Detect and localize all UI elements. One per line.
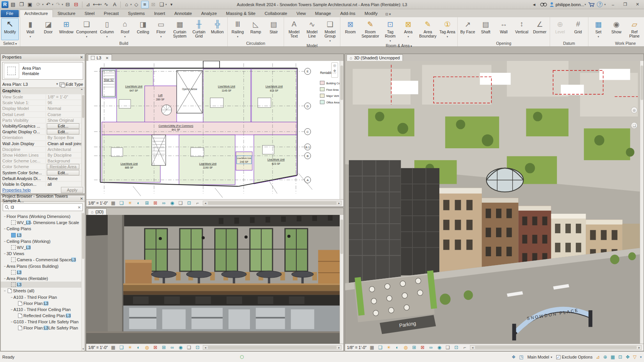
- edit-button[interactable]: Edit...: [47, 170, 79, 175]
- property-row-graphic-display[interactable]: Graphic Display O...Edit...: [1, 129, 85, 135]
- reveal-constraints-icon[interactable]: ⌐: [194, 200, 200, 206]
- property-row[interactable]: Show Hidden LinesBy Discipline: [1, 152, 85, 158]
- worksharing-display-icon[interactable]: ⊡: [453, 345, 459, 350]
- reveal-hidden-elements-icon[interactable]: ◉: [169, 200, 175, 206]
- wall-button[interactable]: ▮Wall: [21, 18, 39, 40]
- by-face-button[interactable]: ↗By Face: [459, 18, 476, 40]
- shaft-button[interactable]: ▤Shaft: [477, 18, 495, 40]
- tree-view-item[interactable]: L3: [1, 232, 85, 238]
- tab-manage[interactable]: Manage: [310, 10, 336, 17]
- visual-style-icon[interactable]: ❑: [377, 345, 383, 350]
- sun-path-icon[interactable]: ☀: [386, 345, 392, 350]
- vertical-opening-button[interactable]: ↕Vertical: [513, 18, 531, 40]
- graphics-section-header[interactable]: Graphics⌃: [1, 88, 85, 94]
- temporary-hide-isolate-icon[interactable]: ∞: [428, 345, 434, 350]
- floor-button[interactable]: ▭Floor: [152, 18, 170, 40]
- city-horizontal-scrollbar[interactable]: ◂▸: [470, 345, 642, 350]
- section-icon[interactable]: ◇: [133, 1, 140, 8]
- tree-category[interactable]: −Floor Plans (Working Dimensions): [1, 213, 85, 219]
- door-button[interactable]: ◪Door: [39, 18, 57, 40]
- property-row-color-scheme[interactable]: Color SchemeRentable Area: [1, 164, 85, 170]
- model-sync-status-icon[interactable]: ⬡: [240, 354, 244, 360]
- crop-region-visibility-icon[interactable]: ⊠: [152, 200, 158, 206]
- thin-lines-icon[interactable]: ≡: [141, 1, 149, 8]
- redo-caret-icon[interactable]: ▾: [62, 3, 63, 6]
- help-caret-icon[interactable]: ▾: [604, 3, 606, 6]
- exclude-options-checkbox[interactable]: ✓ Exclude Options: [556, 355, 593, 359]
- edit-type-button[interactable]: Edit Type: [59, 82, 83, 87]
- railing-button[interactable]: ⅢRailing: [229, 18, 246, 40]
- tab-file[interactable]: File: [1, 10, 19, 17]
- property-row[interactable]: OrientationBy Scope Box: [1, 135, 85, 141]
- set-button[interactable]: ▦Set: [590, 18, 607, 40]
- tree-category[interactable]: −Area Plans (Gross Building): [1, 263, 85, 269]
- reveal-hidden-elements-icon[interactable]: ◉: [177, 345, 184, 350]
- property-row[interactable]: Color Scheme Loc...Background: [1, 158, 85, 164]
- scale-control[interactable]: 1/8" = 1'-0": [88, 201, 108, 205]
- temporary-view-properties-icon[interactable]: ❑: [177, 200, 184, 206]
- tab-architecture[interactable]: Architecture: [20, 10, 53, 17]
- plan-view-tab[interactable]: L3 ✕: [88, 54, 112, 61]
- tag-area-button[interactable]: ①Tag Area: [439, 18, 456, 40]
- tab-analyze[interactable]: Analyze: [197, 10, 222, 17]
- undo-caret-icon[interactable]: ▾: [52, 3, 54, 6]
- tab-modify[interactable]: Modify: [360, 10, 382, 17]
- grid-button[interactable]: #Grid: [569, 18, 587, 40]
- area-button[interactable]: ⊠Area: [399, 18, 417, 40]
- steering-wheel-button[interactable]: ◎: [631, 107, 637, 113]
- print-icon[interactable]: ⊟: [64, 1, 72, 8]
- scale-control[interactable]: 1/8" = 1'-0": [88, 345, 108, 350]
- account-menu[interactable]: philippe.bonn... ▾: [549, 2, 586, 7]
- switch-windows-icon[interactable]: ❑: [158, 1, 166, 8]
- search-clear-icon[interactable]: ✕: [78, 205, 81, 210]
- tab-structure[interactable]: Structure: [53, 10, 80, 17]
- plan-vertical-scrollbar[interactable]: [340, 61, 343, 199]
- collapse-section-icon[interactable]: ⌃: [80, 88, 83, 94]
- model-line-button[interactable]: ∿Model Line: [303, 18, 321, 40]
- panel-label-select[interactable]: Select: [0, 41, 20, 46]
- browser-scrollbar[interactable]: ▾: [81, 213, 85, 351]
- dormer-button[interactable]: ∠Dormer: [531, 18, 549, 40]
- scale-control[interactable]: 1/8" = 1'-0": [347, 345, 366, 350]
- type-selector[interactable]: Area Plan Rentable: [2, 62, 83, 80]
- project-browser-close-icon[interactable]: ✕: [80, 197, 83, 201]
- selection-filter-icon[interactable]: ▽: [633, 354, 636, 360]
- design-options-dropdown[interactable]: Main Model▾: [527, 354, 553, 360]
- default-3d-view-icon[interactable]: ⌂: [123, 1, 130, 8]
- property-row[interactable]: Parts VisibilityShow Original: [1, 118, 85, 123]
- tree-sheet[interactable]: −G103 - Third Floor Life Safety Plan: [1, 319, 85, 325]
- temporary-view-properties-icon[interactable]: ❑: [186, 345, 192, 350]
- property-row[interactable]: Detail LevelCoarse: [1, 112, 85, 118]
- interior-horizontal-scrollbar[interactable]: ◂▸: [203, 345, 342, 350]
- window-button[interactable]: ⊞Window: [58, 18, 75, 40]
- stair-button[interactable]: ▤Stair: [265, 18, 283, 40]
- property-row[interactable]: Scale Value 1:96: [1, 100, 85, 106]
- tree-view-item[interactable]: WV_L3 - Dimensions Large Scale: [1, 219, 85, 226]
- property-row[interactable]: Display ModelNormal: [1, 106, 85, 111]
- tree-view-item[interactable]: L3: [1, 269, 85, 275]
- curtain-system-button[interactable]: ▦Curtain System: [170, 18, 189, 40]
- tree-view-item[interactable]: Camera - Commercial Space L3: [1, 257, 85, 263]
- activate-dimensions-icon[interactable]: ⊿: [596, 354, 600, 360]
- 3d-view-caret-icon[interactable]: ▾: [130, 3, 132, 6]
- tag-room-button[interactable]: ⊡Tag Room: [381, 18, 399, 43]
- close-hidden-windows-icon[interactable]: ⊠: [150, 1, 157, 8]
- navbar-pan-icon[interactable]: ✥: [333, 69, 336, 73]
- properties-help-link[interactable]: Properties help: [2, 188, 31, 192]
- room-button[interactable]: ⊠Room: [342, 18, 359, 40]
- sync-icon[interactable]: ⟳: [34, 1, 42, 8]
- aligned-dimension-icon[interactable]: ⟷: [93, 1, 100, 8]
- save-icon[interactable]: ▣: [26, 1, 34, 8]
- worksharing-display-icon[interactable]: ⊡: [194, 345, 200, 350]
- render-icon[interactable]: ◍: [402, 345, 409, 350]
- interior-view-canvas[interactable]: [86, 215, 343, 344]
- edit-button[interactable]: Edit...: [47, 123, 79, 129]
- component-button[interactable]: ❑Component: [76, 18, 98, 40]
- ribbon-state-caret-icon[interactable]: ⊡ ▾: [382, 11, 394, 17]
- temporary-view-properties-icon[interactable]: ❑: [445, 345, 451, 350]
- tree-sheet[interactable]: −A103 - Third Floor Plan: [1, 294, 85, 300]
- tab-massing-site[interactable]: Massing & Site: [222, 10, 260, 17]
- tab-collaborate[interactable]: Collaborate: [260, 10, 292, 17]
- tree-view-item-selected[interactable]: L3: [1, 282, 85, 288]
- tree-category[interactable]: −Ceiling Plans: [1, 226, 85, 232]
